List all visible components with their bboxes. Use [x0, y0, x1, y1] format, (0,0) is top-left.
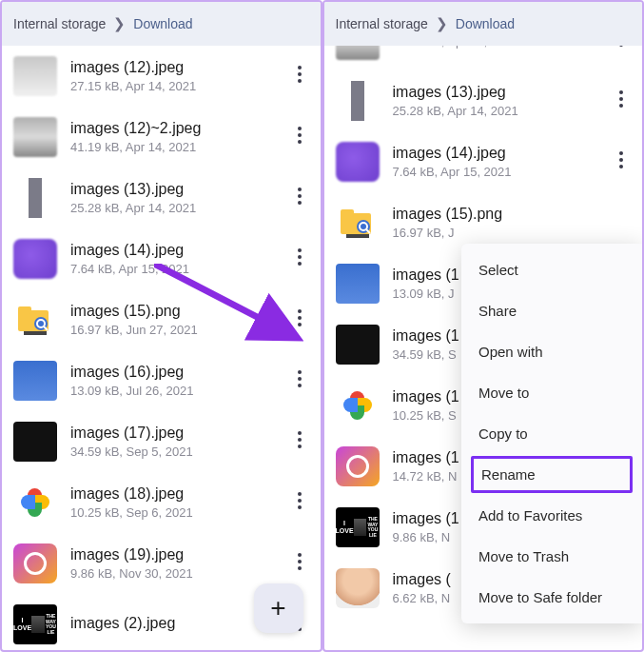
menu-move-to[interactable]: Move to	[461, 372, 642, 413]
file-row[interactable]: images (13).jpeg25.28 kB, Apr 14, 2021	[324, 70, 643, 131]
svg-point-0	[298, 66, 302, 69]
file-list-left: images (12).jpeg27.15 kB, Apr 14, 2021im…	[2, 46, 321, 650]
breadcrumb-root[interactable]: Internal storage	[336, 16, 428, 31]
row-overflow-menu-icon[interactable]	[286, 188, 313, 209]
svg-point-27	[298, 492, 302, 496]
add-fab-button[interactable]: +	[254, 583, 303, 633]
file-row[interactable]: images (16).jpeg13.09 kB, Jul 26, 2021	[2, 350, 321, 411]
file-meta: 16.97 kB, J	[393, 226, 609, 240]
file-thumbnail	[336, 446, 380, 486]
file-name: images (13).jpeg	[393, 84, 609, 101]
row-overflow-menu-icon[interactable]	[286, 370, 313, 392]
svg-point-18	[298, 309, 302, 313]
file-meta: 27.15 kB, Apr 14, 2021	[70, 79, 286, 93]
svg-point-42	[619, 46, 623, 47]
file-thumbnail	[336, 385, 380, 425]
svg-point-2	[298, 79, 302, 83]
menu-open-with[interactable]: Open with	[461, 331, 642, 372]
file-info: images (15).png16.97 kB, Jun 27, 2021	[70, 303, 286, 337]
row-overflow-menu-icon[interactable]	[286, 553, 313, 575]
menu-copy-to[interactable]: Copy to	[461, 413, 642, 454]
file-name: images (15).png	[393, 206, 609, 223]
row-overflow-menu-icon[interactable]	[286, 127, 313, 148]
svg-point-24	[298, 431, 302, 435]
menu-share[interactable]: Share	[461, 290, 642, 331]
svg-point-32	[298, 566, 302, 570]
row-overflow-menu-icon[interactable]	[286, 66, 313, 88]
menu-select[interactable]: Select	[461, 249, 642, 290]
menu-rename[interactable]: Rename	[471, 456, 633, 493]
file-meta: 25.28 kB, Apr 14, 2021	[70, 201, 286, 215]
file-thumbnail	[13, 178, 57, 218]
file-thumbnail: I LOVETHE WAY YOU LIE	[13, 604, 57, 644]
file-name: images (14).jpeg	[393, 145, 609, 162]
row-overflow-menu-icon[interactable]	[608, 46, 634, 51]
svg-point-48	[619, 165, 623, 168]
file-name: images (12).jpeg	[70, 59, 286, 76]
file-row[interactable]: images (14).jpeg7.64 kB, Apr 15, 2021	[324, 131, 643, 192]
row-overflow-menu-icon[interactable]	[286, 248, 313, 270]
file-meta: 10.25 kB, Sep 6, 2021	[70, 505, 286, 520]
file-name: images (13).jpeg	[70, 181, 286, 198]
file-meta: 41.19 kB, Apr 14, 2021	[70, 140, 286, 154]
menu-add-fav[interactable]: Add to Favorites	[461, 495, 642, 536]
breadcrumb-current[interactable]: Download	[456, 16, 515, 31]
file-row[interactable]: images (15).png16.97 kB, Jun 27, 2021	[2, 289, 321, 350]
svg-point-30	[298, 553, 302, 557]
row-overflow-menu-icon[interactable]	[608, 90, 634, 112]
breadcrumb-root[interactable]: Internal storage	[13, 16, 106, 31]
file-row[interactable]: images (13).jpeg25.28 kB, Apr 14, 2021	[2, 168, 321, 228]
file-thumbnail: I LOVETHE WAY YOU LIE	[336, 507, 380, 547]
svg-point-6	[298, 188, 302, 191]
file-name: images (12)~2.jpeg	[70, 120, 286, 137]
svg-point-7	[298, 194, 302, 198]
file-meta: 41.19 kB, Apr 14, 2021	[393, 46, 609, 49]
breadcrumb-current[interactable]: Download	[133, 16, 192, 31]
file-info: images (13).jpeg25.28 kB, Apr 14, 2021	[70, 181, 286, 215]
file-row[interactable]: 41.19 kB, Apr 14, 2021	[324, 46, 643, 70]
row-overflow-menu-icon[interactable]	[608, 151, 634, 173]
svg-point-20	[298, 323, 302, 326]
svg-point-11	[298, 262, 302, 266]
file-row[interactable]: images (14).jpeg7.64 kB, Apr 15, 2021	[2, 228, 321, 289]
svg-point-5	[298, 140, 302, 144]
svg-rect-54	[346, 234, 369, 238]
file-browser-right: Internal storage ❯ Download 41.19 kB, Ap…	[322, 0, 645, 652]
file-row[interactable]: images (17).jpeg34.59 kB, Sep 5, 2021	[2, 411, 321, 472]
file-thumbnail	[13, 422, 57, 462]
file-info: images (16).jpeg13.09 kB, Jul 26, 2021	[70, 364, 286, 398]
svg-point-21	[298, 370, 302, 374]
svg-rect-13	[18, 306, 31, 314]
context-menu: Select Share Open with Move to Copy to R…	[461, 244, 642, 623]
file-meta: 7.64 kB, Apr 15, 2021	[70, 262, 286, 276]
svg-point-44	[619, 97, 623, 101]
file-thumbnail	[336, 203, 380, 243]
menu-safe[interactable]: Move to Safe folder	[461, 577, 642, 618]
svg-point-10	[298, 255, 302, 259]
file-info: images (12).jpeg27.15 kB, Apr 14, 2021	[70, 59, 286, 93]
file-info: images (14).jpeg7.64 kB, Apr 15, 2021	[70, 242, 286, 276]
file-name: images (15).png	[70, 303, 286, 320]
file-row[interactable]: images (18).jpeg10.25 kB, Sep 6, 2021	[2, 472, 321, 533]
svg-point-19	[298, 316, 302, 320]
file-meta: 7.64 kB, Apr 15, 2021	[393, 165, 609, 179]
file-meta: 16.97 kB, Jun 27, 2021	[70, 323, 286, 337]
file-info: images (12)~2.jpeg41.19 kB, Apr 14, 2021	[70, 120, 286, 154]
file-row[interactable]: images (12)~2.jpeg41.19 kB, Apr 14, 2021	[2, 107, 321, 168]
svg-point-9	[298, 248, 302, 252]
row-overflow-menu-icon[interactable]	[286, 309, 313, 331]
chevron-right-icon: ❯	[113, 15, 126, 32]
row-overflow-menu-icon[interactable]	[286, 431, 313, 453]
file-meta: 13.09 kB, Jul 26, 2021	[70, 384, 286, 398]
menu-trash[interactable]: Move to Trash	[461, 536, 642, 577]
file-thumbnail	[13, 483, 57, 523]
file-info: images (14).jpeg7.64 kB, Apr 15, 2021	[393, 145, 609, 179]
svg-rect-17	[24, 331, 47, 335]
file-name: images (17).jpeg	[70, 425, 286, 442]
file-thumbnail	[336, 81, 380, 121]
file-thumbnail	[13, 117, 57, 157]
svg-point-43	[619, 90, 623, 94]
row-overflow-menu-icon[interactable]	[286, 492, 313, 514]
file-row[interactable]: images (12).jpeg27.15 kB, Apr 14, 2021	[2, 46, 321, 107]
svg-point-22	[298, 377, 302, 381]
